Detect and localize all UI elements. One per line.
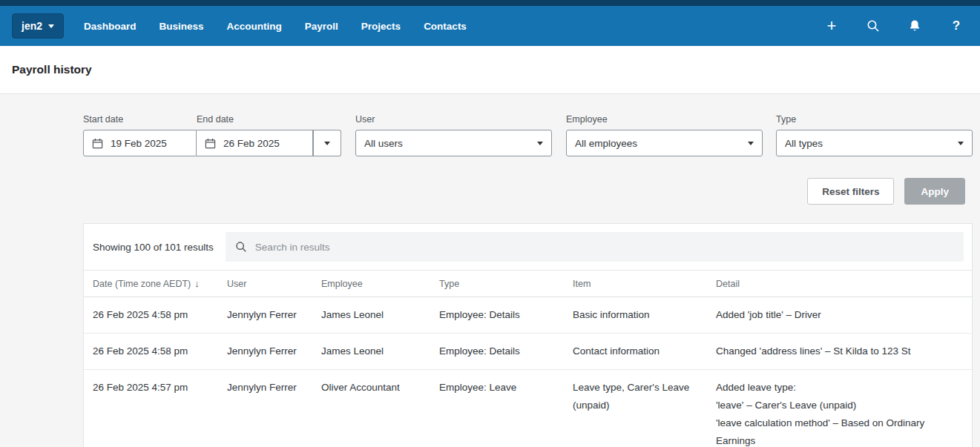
window-top-strip: [0, 0, 980, 6]
nav-item-contacts[interactable]: Contacts: [424, 21, 467, 32]
page-header: Payroll history: [0, 46, 980, 94]
table-header-row: Date (Time zone AEDT)↓ User Employee Typ…: [84, 271, 972, 297]
detail-line: Added leave type:: [716, 379, 963, 397]
chevron-down-icon: [48, 24, 54, 28]
table-row[interactable]: 26 Feb 2025 4:57 pm Jennylyn Ferrer Oliv…: [84, 370, 972, 447]
cell-type: Employee: Details: [430, 334, 564, 370]
user-filter-label: User: [355, 114, 552, 125]
cell-employee: James Leonel: [312, 334, 430, 370]
type-select[interactable]: All types: [776, 130, 973, 156]
search-in-results-box[interactable]: [226, 232, 964, 262]
cell-item: Basic information: [564, 297, 707, 334]
cell-employee: James Leonel: [312, 297, 430, 334]
end-date-label: End date: [197, 114, 234, 125]
search-icon: [235, 241, 247, 253]
start-date-value: 19 Feb 2025: [111, 138, 167, 149]
employee-select[interactable]: All employees: [566, 130, 763, 156]
search-in-results-input[interactable]: [255, 242, 954, 253]
results-summary: Showing 100 of 101 results: [93, 242, 214, 253]
start-date-label: Start date: [83, 114, 197, 125]
search-icon[interactable]: [866, 19, 881, 33]
employee-filter-label: Employee: [566, 114, 763, 125]
chevron-down-icon: [748, 142, 754, 145]
page-title: Payroll history: [12, 63, 92, 76]
org-name: jen2: [22, 20, 42, 32]
nav-icons: + ?: [824, 19, 964, 33]
org-menu-button[interactable]: jen2: [12, 13, 64, 39]
employee-select-value: All employees: [575, 138, 637, 149]
cell-detail: Added leave type: 'leave' – Carer's Leav…: [707, 370, 972, 447]
date-range-dropdown-button[interactable]: [313, 130, 341, 156]
cell-date: 26 Feb 2025 4:58 pm: [84, 297, 218, 334]
cell-detail: Changed 'address lines' – St Kilda to 12…: [707, 334, 972, 370]
end-date-input[interactable]: 26 Feb 2025: [197, 130, 313, 156]
top-navbar: jen2 Dashboard Business Accounting Payro…: [0, 6, 980, 46]
table-row[interactable]: 26 Feb 2025 4:58 pm Jennylyn Ferrer Jame…: [84, 297, 972, 334]
nav-item-projects[interactable]: Projects: [361, 21, 401, 32]
detail-line: Added 'job title' – Driver: [716, 306, 963, 324]
chevron-down-icon: [324, 142, 330, 145]
end-date-value: 26 Feb 2025: [223, 138, 280, 149]
date-range-filter: Start date End date 19 Feb 2025: [83, 114, 341, 156]
type-select-value: All types: [785, 138, 823, 149]
user-select[interactable]: All users: [355, 130, 552, 156]
column-header-user[interactable]: User: [218, 271, 312, 297]
table-row[interactable]: 26 Feb 2025 4:58 pm Jennylyn Ferrer Jame…: [84, 334, 972, 370]
cell-item: Contact information: [564, 334, 707, 370]
chevron-down-icon: [958, 142, 964, 145]
type-filter-label: Type: [776, 114, 973, 125]
user-filter: User All users: [355, 114, 552, 156]
employee-filter: Employee All employees: [566, 114, 763, 156]
filter-buttons: Reset filters Apply: [83, 156, 973, 205]
cell-type: Employee: Leave: [430, 370, 564, 447]
payroll-history-table: Date (Time zone AEDT)↓ User Employee Typ…: [84, 270, 972, 447]
results-card: Showing 100 of 101 results Date (Time zo…: [83, 223, 973, 447]
column-header-employee[interactable]: Employee: [312, 271, 430, 297]
start-date-input[interactable]: 19 Feb 2025: [83, 130, 197, 156]
calendar-icon: [205, 138, 216, 149]
reset-filters-button[interactable]: Reset filters: [807, 178, 894, 205]
cell-item: Leave type, Carer's Leave (unpaid): [564, 370, 707, 447]
calendar-icon: [92, 138, 103, 149]
cell-user: Jennylyn Ferrer: [218, 297, 312, 334]
user-select-value: All users: [364, 138, 403, 149]
apply-button[interactable]: Apply: [904, 178, 965, 205]
detail-line: 'leave calculation method' – Based on Or…: [716, 414, 963, 447]
results-toolbar: Showing 100 of 101 results: [84, 224, 972, 270]
plus-icon[interactable]: +: [824, 19, 839, 33]
cell-user: Jennylyn Ferrer: [218, 334, 312, 370]
column-header-date[interactable]: Date (Time zone AEDT)↓: [84, 271, 218, 297]
detail-line: 'leave' – Carer's Leave (unpaid): [716, 397, 963, 414]
filters-section: Start date End date 19 Feb 2025: [0, 94, 980, 205]
nav-item-business[interactable]: Business: [160, 21, 204, 32]
bell-icon[interactable]: [907, 19, 922, 33]
nav-item-payroll[interactable]: Payroll: [305, 21, 338, 32]
help-icon[interactable]: ?: [949, 19, 964, 33]
column-header-type[interactable]: Type: [430, 271, 564, 297]
nav-item-accounting[interactable]: Accounting: [227, 21, 282, 32]
cell-detail: Added 'job title' – Driver: [707, 297, 972, 334]
nav-items: Dashboard Business Accounting Payroll Pr…: [84, 21, 467, 32]
cell-date: 26 Feb 2025 4:57 pm: [84, 370, 218, 447]
column-header-detail[interactable]: Detail: [707, 271, 972, 297]
cell-user: Jennylyn Ferrer: [218, 370, 312, 447]
cell-employee: Oliver Accountant: [312, 370, 430, 447]
chevron-down-icon: [537, 142, 543, 145]
type-filter: Type All types: [776, 114, 973, 156]
cell-type: Employee: Details: [430, 297, 564, 334]
detail-line: Changed 'address lines' – St Kilda to 12…: [716, 342, 963, 360]
nav-item-dashboard[interactable]: Dashboard: [84, 21, 137, 32]
cell-date: 26 Feb 2025 4:58 pm: [84, 334, 218, 370]
sort-descending-icon[interactable]: ↓: [194, 278, 200, 289]
column-header-item[interactable]: Item: [564, 271, 707, 297]
